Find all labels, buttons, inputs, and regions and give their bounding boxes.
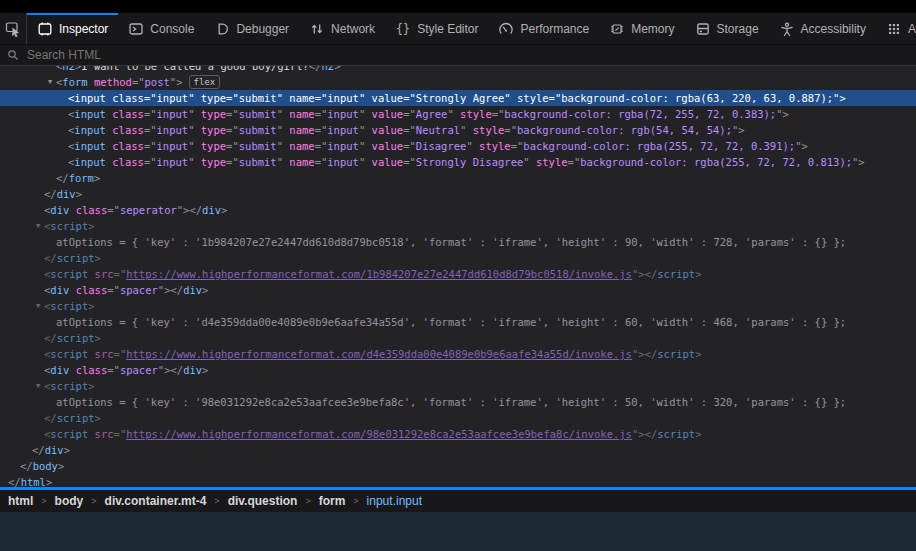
code-token: > [695, 348, 701, 360]
flex-badge[interactable]: flex [189, 75, 221, 89]
code-token: =" [315, 124, 328, 136]
markup-row[interactable]: atOptions = { 'key' : '98e031292e8ca2e53… [0, 394, 916, 410]
breadcrumb-item[interactable]: form [316, 494, 349, 508]
markup-row[interactable]: </div> [0, 442, 916, 458]
code-token: https://www.highperformanceformat.com/d4… [126, 348, 632, 360]
markup-row[interactable]: <div class="seperator"></div> [0, 202, 916, 218]
code-token: style [479, 140, 511, 152]
code-token: input [74, 156, 106, 168]
markup-row[interactable]: <input class="input" type="submit" name=… [0, 138, 916, 154]
twisty-expand-icon[interactable]: ▼ [33, 218, 43, 234]
code-token: =" [144, 92, 157, 104]
code-token: class [76, 204, 108, 216]
breadcrumb-item[interactable]: body [52, 494, 87, 508]
code-token: </ [645, 348, 658, 360]
code-token: =" [226, 124, 239, 136]
markup-row[interactable]: <script src="https://www.highperformance… [0, 426, 916, 442]
markup-row[interactable]: </html> [0, 474, 916, 487]
markup-row[interactable]: <script src="https://www.highperformance… [0, 266, 916, 282]
markup-row[interactable]: </body> [0, 458, 916, 474]
markup-row[interactable]: </div> [0, 186, 916, 202]
code-token: > [88, 220, 94, 232]
markup-row[interactable]: <h2>I want to be called a good boy/girl?… [0, 66, 916, 74]
code-token: atOptions = { 'key' : '98e031292e8ca2e53… [56, 396, 846, 408]
markup-row[interactable]: ▼<script> [0, 218, 916, 234]
code-token: > [64, 444, 70, 456]
code-token: script [57, 332, 95, 344]
element-picker-button[interactable] [0, 13, 27, 44]
markup-row[interactable]: ▼<script> [0, 378, 916, 394]
markup-row[interactable]: <input class="input" type="submit" name=… [0, 106, 916, 122]
code-token: </ [645, 428, 658, 440]
tab-style-editor[interactable]: {}Style Editor [385, 13, 488, 44]
code-token: =" [403, 140, 416, 152]
code-token: Neutral [416, 124, 460, 136]
code-token: type [201, 156, 226, 168]
element-picker-icon [5, 21, 21, 37]
code-token: "> [177, 204, 190, 216]
storage-icon [695, 21, 711, 37]
code-token: name [289, 156, 314, 168]
code-token: type [201, 108, 226, 120]
code-token: input [74, 140, 106, 152]
twisty-expand-icon[interactable]: ▼ [33, 298, 43, 314]
code-token: value [372, 124, 404, 136]
code-token: div [50, 204, 69, 216]
code-token: > [95, 412, 101, 424]
application-icon [886, 21, 902, 37]
code-token: input [157, 156, 189, 168]
breadcrumb-item[interactable]: html [5, 494, 36, 508]
debugger-icon [214, 21, 230, 37]
tab-network[interactable]: Network [299, 13, 385, 44]
code-token: submit [239, 124, 277, 136]
tab-label: Debugger [236, 22, 289, 36]
search-html-input[interactable] [25, 47, 445, 63]
tab-label: Console [150, 22, 194, 36]
network-icon [309, 21, 325, 37]
code-token: div [183, 284, 202, 296]
markup-row[interactable]: <div class="spacer"></div> [0, 282, 916, 298]
markup-row[interactable]: </script> [0, 250, 916, 266]
markup-row[interactable]: ▼<script> [0, 298, 916, 314]
tab-inspector[interactable]: Inspector [27, 13, 118, 44]
tab-storage[interactable]: Storage [685, 13, 769, 44]
code-token: name [289, 108, 314, 120]
code-token: =" [403, 108, 416, 120]
markup-row[interactable]: ▼<form method="post">flex [0, 74, 916, 90]
markup-row[interactable]: </script> [0, 410, 916, 426]
code-token: > [695, 268, 701, 280]
code-token: type [201, 92, 226, 104]
markup-row[interactable]: <script src="https://www.highperformance… [0, 346, 916, 362]
markup-row[interactable]: <input class="input" type="submit" name=… [0, 154, 916, 170]
code-token: class [76, 364, 108, 376]
code-token: =" [144, 156, 157, 168]
markup-row[interactable]: </form> [0, 170, 916, 186]
performance-icon [498, 21, 514, 37]
markup-row[interactable]: atOptions = { 'key' : 'd4e359dda00e4089e… [0, 314, 916, 330]
markup-view: <h2>I want to be called a good boy/girl?… [0, 66, 916, 487]
breadcrumb-item[interactable]: div.question [225, 494, 301, 508]
tab-accessibility[interactable]: Accessibility [769, 13, 876, 44]
markup-row[interactable]: <input class="input" type="submit" name=… [0, 90, 916, 106]
code-token: </ [8, 476, 21, 487]
markup-row[interactable]: </script> [0, 330, 916, 346]
markup-row[interactable]: <div class="spacer"></div> [0, 362, 916, 378]
tab-performance[interactable]: Performance [488, 13, 599, 44]
twisty-expand-icon[interactable]: ▼ [45, 74, 55, 90]
markup-row[interactable]: atOptions = { 'key' : '1b984207e27e2447d… [0, 234, 916, 250]
tab-application[interactable]: Application [876, 13, 916, 44]
code-token: "> [158, 364, 171, 376]
tab-memory[interactable]: Memory [599, 13, 684, 44]
code-token: script [657, 348, 695, 360]
breadcrumb-item[interactable]: div.container.mt-4 [102, 494, 210, 508]
code-token: input [157, 108, 189, 120]
tab-debugger[interactable]: Debugger [204, 13, 299, 44]
code-token: script [50, 300, 88, 312]
markup-row[interactable]: <input class="input" type="submit" name=… [0, 122, 916, 138]
code-token: input [74, 124, 106, 136]
breadcrumb-item[interactable]: input.input [364, 494, 425, 508]
code-token: =" [226, 140, 239, 152]
code-token: class [76, 284, 108, 296]
twisty-expand-icon[interactable]: ▼ [33, 378, 43, 394]
tab-console[interactable]: Console [118, 13, 204, 44]
